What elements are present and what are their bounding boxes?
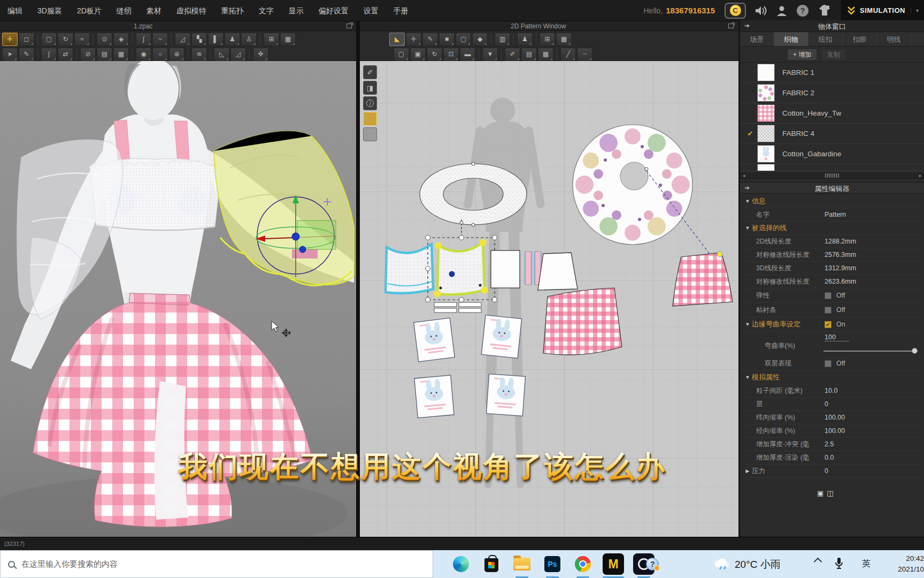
- tray-chevron-up-icon[interactable]: [814, 558, 822, 566]
- menu-item-10[interactable]: 设置: [356, 0, 386, 21]
- section-toggle-icon[interactable]: ▼: [743, 322, 752, 327]
- view2d-popout-icon[interactable]: [728, 24, 734, 28]
- slider-value-input[interactable]: 100: [825, 333, 849, 341]
- tool-print-texture-icon[interactable]: ▤: [97, 48, 112, 61]
- tool-zipper-icon[interactable]: ≋: [191, 48, 207, 61]
- tool-select-move-icon[interactable]: ✛: [2, 33, 18, 46]
- photoshop-taskbar-icon[interactable]: Ps: [541, 550, 564, 578]
- tool-unfold-pattern-icon[interactable]: ▣: [410, 48, 426, 61]
- fabric-list-item[interactable]: ✔FABRIC 4: [740, 124, 924, 144]
- tool-arrange-vest-icon[interactable]: ▌: [208, 33, 224, 46]
- panel-bottom-icons[interactable]: ▣◫: [817, 489, 837, 497]
- brush-tool-icon[interactable]: ✐: [363, 65, 377, 79]
- store-taskbar-icon[interactable]: [480, 550, 503, 578]
- tool-show-garment-icon[interactable]: ▼: [482, 48, 498, 61]
- tool-pattern-rotate-icon[interactable]: ↻: [58, 33, 73, 46]
- garment-view-toggle-icon[interactable]: ◨: [363, 81, 377, 95]
- menu-item-11[interactable]: 手册: [386, 0, 416, 21]
- tool-grid-mesh-2d-icon[interactable]: ▦: [556, 33, 572, 46]
- section-toggle-icon[interactable]: ▼: [743, 199, 752, 204]
- speaker-icon[interactable]: [754, 5, 767, 17]
- tool-print-a-icon[interactable]: ▤: [521, 48, 537, 61]
- pattern-shorts-4[interactable]: [487, 374, 526, 416]
- tool-rect-pattern-icon[interactable]: ■: [439, 33, 455, 46]
- viewport-divider[interactable]: [356, 21, 360, 537]
- tool-show-avatar-icon[interactable]: ♟: [225, 33, 240, 46]
- menu-item-4[interactable]: 素材: [139, 0, 169, 21]
- menu-item-3[interactable]: 缝纫: [109, 0, 139, 21]
- checkbox-off-icon[interactable]: [825, 360, 831, 367]
- menu-item-9[interactable]: 偏好设置: [311, 0, 356, 21]
- checkbox-on-icon[interactable]: ✔: [825, 321, 831, 328]
- tool-pattern-curve-icon[interactable]: ≈: [74, 33, 90, 46]
- pattern-rect-piece[interactable]: [491, 250, 520, 288]
- menu-item-8[interactable]: 显示: [281, 0, 311, 21]
- help-icon[interactable]: ?: [796, 4, 809, 17]
- tool-texture-pen-icon[interactable]: ✐: [505, 48, 520, 61]
- pattern-shorts-3[interactable]: [414, 375, 454, 418]
- scrollbar-track[interactable]: [748, 172, 917, 178]
- view3d-popout-icon[interactable]: [346, 24, 352, 28]
- fabric-list-scrollbar[interactable]: ◂ ▸: [740, 172, 924, 179]
- tool-rotate-pattern2-icon[interactable]: ↻: [427, 48, 442, 61]
- menu-item-2[interactable]: 2D板片: [70, 0, 109, 21]
- menu-item-1[interactable]: 3D服装: [30, 0, 70, 21]
- tool-sew-m2m-icon[interactable]: ⇄: [58, 48, 73, 61]
- tool-arrange-jacket-icon[interactable]: ▚: [191, 33, 207, 46]
- tool-merge-icon[interactable]: ✜: [253, 48, 268, 61]
- tool-grid-quad-2d-icon[interactable]: ⊞: [540, 33, 555, 46]
- edge-taskbar-icon[interactable]: [449, 550, 473, 578]
- microphone-icon[interactable]: [834, 557, 844, 572]
- tool-seamline-icon[interactable]: ╱: [560, 48, 576, 61]
- tray-help-icon[interactable]: ?: [646, 558, 659, 571]
- add-fabric-button[interactable]: + 增加: [787, 49, 817, 60]
- tool-sew-segment-icon[interactable]: ∫: [136, 33, 151, 46]
- simulation-dropdown-caret[interactable]: ▾: [911, 7, 919, 13]
- fabric-list-item[interactable]: Cotton_Gabardine: [740, 144, 924, 164]
- tool-edit-points-icon[interactable]: ✛: [406, 33, 421, 46]
- tool-lock-button-icon[interactable]: ⊕: [169, 48, 184, 61]
- tool-flatten-left-icon[interactable]: ◺: [214, 48, 229, 61]
- menu-item-6[interactable]: 重拓扑: [214, 0, 251, 21]
- tool-print-b-icon[interactable]: ▦: [538, 48, 553, 61]
- copy-fabric-button[interactable]: 复制: [821, 49, 846, 60]
- fabric-list-item[interactable]: FABRIC 1: [740, 63, 924, 83]
- tool-sew-seg2-icon[interactable]: ∫: [41, 48, 57, 61]
- menu-item-5[interactable]: 虚拟模特: [169, 0, 214, 21]
- pattern-wreath-circle[interactable]: [573, 125, 692, 245]
- tool-flatten-right-icon[interactable]: ◿: [230, 48, 246, 61]
- tool-pin-roll-icon[interactable]: ⊘: [80, 48, 96, 61]
- tool-buttonhole-icon[interactable]: ○: [152, 48, 168, 61]
- checkbox-off-icon[interactable]: [825, 292, 831, 299]
- tool-round-pattern-icon[interactable]: ▢: [456, 33, 471, 46]
- tool-button-icon[interactable]: ◉: [136, 48, 151, 61]
- tool-pen-pattern-icon[interactable]: ✎: [422, 33, 438, 46]
- viewport-3d[interactable]: [0, 61, 356, 537]
- pattern-trapezoid-piece[interactable]: [538, 253, 578, 290]
- tab-2[interactable]: 纽扣: [808, 32, 843, 46]
- tool-dart-pattern-icon[interactable]: ◆: [472, 33, 488, 46]
- tab-1-active[interactable]: 织物: [774, 32, 808, 46]
- add-garment-icon[interactable]: [818, 4, 831, 17]
- tool-grid-mesh-icon[interactable]: ▦: [280, 33, 296, 46]
- checkbox-off-icon[interactable]: [825, 307, 831, 314]
- menu-item-0[interactable]: 编辑: [0, 0, 30, 21]
- tool-check-pattern-icon[interactable]: ⊡: [443, 48, 459, 61]
- weather-text[interactable]: 20°C 小雨: [735, 558, 781, 572]
- section-toggle-icon[interactable]: ▼: [743, 225, 752, 231]
- section-toggle-icon[interactable]: ▼: [743, 375, 752, 380]
- fabric-checked-icon[interactable]: ✔: [743, 130, 757, 138]
- tool-checker-texture-icon[interactable]: ▦: [113, 48, 129, 61]
- tool-sew-free-icon[interactable]: ~: [152, 33, 168, 46]
- tool-sew-edit-icon[interactable]: ➤: [2, 48, 18, 61]
- pattern-skirt-panel-right[interactable]: [673, 252, 733, 306]
- fabric-list-item-partial[interactable]: [740, 164, 924, 171]
- tab-3[interactable]: 扣眼: [843, 32, 877, 46]
- mapp-taskbar-icon[interactable]: M: [602, 550, 625, 578]
- pattern-shorts-2[interactable]: [481, 315, 521, 359]
- chrome-taskbar-icon[interactable]: [571, 550, 595, 578]
- texture-swatch-active-icon[interactable]: [363, 112, 377, 126]
- account-number[interactable]: 18367916315: [666, 6, 715, 15]
- fabric-list-item[interactable]: Cotton_Heavy_Tw: [740, 103, 924, 124]
- scrollbar-grip[interactable]: [825, 173, 839, 178]
